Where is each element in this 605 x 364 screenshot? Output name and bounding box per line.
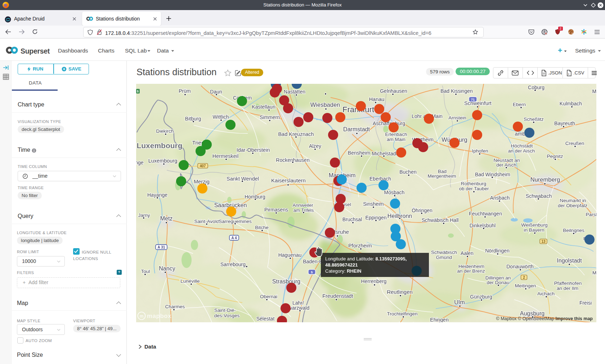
svg-text:Luxembourg: Luxembourg xyxy=(148,158,178,164)
svg-text:Mosbach: Mosbach xyxy=(384,190,405,195)
svg-text:Creußen: Creußen xyxy=(565,141,584,146)
svg-text:Ebern: Ebern xyxy=(513,102,526,107)
svg-text:am Main: am Main xyxy=(387,137,405,142)
svg-text:© Mapbox © OpenStreetMap Impro: © Mapbox © OpenStreetMap Improve this ma… xyxy=(496,316,593,321)
svg-text:Iphofen: Iphofen xyxy=(472,148,488,154)
svg-text:Hermeskeil: Hermeskeil xyxy=(212,153,239,159)
svg-text:Hanau: Hanau xyxy=(369,96,385,102)
svg-text:m: m xyxy=(140,314,144,319)
svg-text:Obernai: Obernai xyxy=(260,294,277,299)
svg-text:2: 2 xyxy=(523,276,525,279)
svg-text:Prüm: Prüm xyxy=(179,88,191,94)
svg-text:x: x xyxy=(568,72,569,76)
svg-text:Ulm: Ulm xyxy=(454,299,465,305)
svg-text:Donauwörth: Donauwörth xyxy=(506,264,534,269)
svg-text:in Bayern: in Bayern xyxy=(524,227,544,233)
svg-text:mapbox: mapbox xyxy=(147,313,171,319)
svg-text:48.8859674221: 48.8859674221 xyxy=(325,262,358,268)
svg-text:Gelnhausen: Gelnhausen xyxy=(380,88,407,94)
svg-text:Mair: Mair xyxy=(592,270,596,276)
svg-text:Bensheim: Bensheim xyxy=(348,150,370,156)
svg-text:Ingolstadt: Ingolstadt xyxy=(557,258,582,264)
svg-text:Sinsheim: Sinsheim xyxy=(363,201,384,207)
svg-text:Buchen: Buchen xyxy=(399,169,416,175)
svg-text:Freudenstadt: Freudenstadt xyxy=(322,293,353,299)
svg-text:Gmünd: Gmünd xyxy=(436,255,452,260)
svg-text:Category: RHEIN: Category: RHEIN xyxy=(325,268,361,274)
svg-text:ob der Tauber: ob der Tauber xyxy=(459,186,489,191)
svg-text:warzwald: warzwald xyxy=(288,305,309,311)
svg-text:Bayreuth: Bayreuth xyxy=(554,120,575,126)
svg-text:A 31: A 31 xyxy=(158,245,165,249)
svg-text:Ansbach: Ansbach xyxy=(490,195,510,201)
svg-text:Annweiler: Annweiler xyxy=(292,203,313,208)
svg-text:Longitude and Latitude: 8.1359: Longitude and Latitude: 8.1359273095, xyxy=(325,256,407,261)
svg-text:Scheßlitz: Scheßlitz xyxy=(524,117,544,122)
svg-text:Trier: Trier xyxy=(192,140,203,146)
svg-text:Eberbach: Eberbach xyxy=(369,176,391,182)
svg-text:5: 5 xyxy=(311,270,313,274)
svg-text:Ehingen: Ehingen xyxy=(430,317,448,322)
svg-text:Sarrebourg: Sarrebourg xyxy=(220,261,246,267)
svg-text:Darmstadt: Darmstadt xyxy=(343,126,370,132)
svg-text:Strasbourg: Strasbourg xyxy=(272,278,300,285)
svg-text:Augsburg: Augsburg xyxy=(520,310,545,317)
svg-text:Erlenbach: Erlenbach xyxy=(385,132,407,137)
svg-text:71: 71 xyxy=(471,97,475,101)
svg-text:Alzey: Alzey xyxy=(309,143,321,149)
svg-text:Bruchsal: Bruchsal xyxy=(342,217,362,222)
svg-text:Dinkelsbühl: Dinkelsbühl xyxy=(470,223,496,228)
svg-text:Metz: Metz xyxy=(160,215,173,222)
svg-text:Nancy: Nancy xyxy=(159,265,175,272)
svg-text:Münn: Münn xyxy=(592,88,596,94)
svg-text:Nastätten: Nastätten xyxy=(284,89,305,95)
svg-text:Meitingen: Meitingen xyxy=(515,283,536,288)
svg-text:der Oberpfalz: der Oberpfalz xyxy=(558,203,587,208)
svg-text:Simmern: Simmern xyxy=(260,114,280,120)
svg-text:Diekirch: Diekirch xyxy=(156,128,174,134)
svg-text:Haguenau: Haguenau xyxy=(278,252,302,258)
svg-text:Toul: Toul xyxy=(141,269,150,274)
svg-text:Wiesbaden: Wiesbaden xyxy=(310,101,340,108)
svg-text:Aichach: Aichach xyxy=(537,291,555,296)
svg-text:Kastellaun: Kastellaun xyxy=(252,104,275,110)
svg-text:Bitche: Bitche xyxy=(255,225,269,230)
svg-text:Schwäbisch Hall: Schwäbisch Hall xyxy=(422,217,459,223)
svg-text:Sélestat: Sélestat xyxy=(256,316,275,322)
svg-text:Nördlingen: Nördlingen xyxy=(485,248,510,254)
svg-text:Mergentheim: Mergentheim xyxy=(428,173,456,179)
svg-text:Rothenburg: Rothenburg xyxy=(461,181,487,186)
svg-text:Schwäbisch: Schwäbisch xyxy=(431,250,457,255)
svg-text:Neumarkt in: Neumarkt in xyxy=(560,198,586,203)
svg-text:Beilngries: Beilngries xyxy=(563,228,584,233)
svg-text:13: 13 xyxy=(541,240,546,244)
svg-text:Schweinfurt: Schweinfurt xyxy=(464,100,492,106)
svg-text:an der Aisch: an der Aisch xyxy=(508,148,535,154)
svg-text:Günzburg: Günzburg xyxy=(470,294,492,300)
svg-text:an der Brenz: an der Brenz xyxy=(457,268,485,274)
svg-text:Weißenburg: Weißenburg xyxy=(521,222,547,228)
svg-text:Aalen: Aalen xyxy=(461,250,474,256)
svg-text:Freisi: Freisi xyxy=(579,300,592,306)
svg-text:Aschaffenburg: Aschaffenburg xyxy=(373,120,405,126)
svg-text:Charmes: Charmes xyxy=(165,304,185,309)
svg-text:an der Ilm: an der Ilm xyxy=(557,286,578,291)
svg-text:Parsbe: Parsbe xyxy=(586,212,596,217)
svg-text:Trochtelfingen: Trochtelfingen xyxy=(387,311,417,317)
svg-text:A 4: A 4 xyxy=(231,236,237,240)
svg-text:Feuchtwangen: Feuchtwangen xyxy=(469,211,502,217)
svg-text:Nuremberg: Nuremberg xyxy=(530,176,560,183)
svg-text:des-Vosges: des-Vosges xyxy=(214,313,240,318)
svg-text:Pforzheim: Pforzheim xyxy=(348,243,372,249)
svg-text:Saint-Dié-: Saint-Dié- xyxy=(214,308,236,313)
svg-text:Albstadt: Albstadt xyxy=(398,322,416,322)
svg-text:407: 407 xyxy=(200,164,206,168)
svg-text:Pegnitz: Pegnitz xyxy=(547,154,563,159)
svg-text:ange: ange xyxy=(136,160,144,165)
svg-text:Kaiserslautern: Kaiserslautern xyxy=(271,177,306,183)
svg-text:Wittlich: Wittlich xyxy=(212,114,229,120)
svg-text:5: 5 xyxy=(137,90,139,93)
svg-text:Reutlingen: Reutlingen xyxy=(387,289,413,295)
svg-text:Arnstein: Arnstein xyxy=(448,115,466,120)
svg-text:Idar-Oberstein: Idar-Oberstein xyxy=(237,147,270,153)
